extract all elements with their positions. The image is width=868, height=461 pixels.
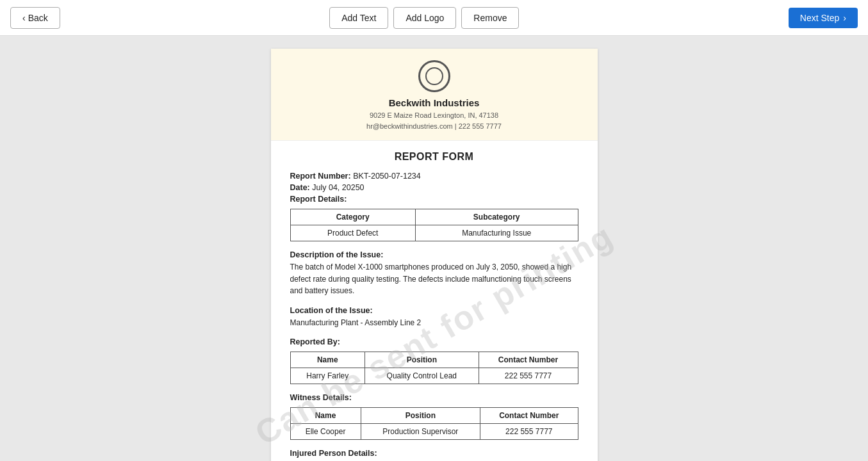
reporter-name: Harry Farley	[290, 368, 365, 384]
witness-contact: 222 555 7777	[480, 424, 578, 440]
position-header: Position	[361, 408, 480, 424]
table-row: Elle Cooper Production Supervisor 222 55…	[290, 424, 578, 440]
table-row: Product Defect Manufacturing Issue	[290, 225, 578, 241]
report-details-label: Report Details:	[290, 195, 347, 204]
add-logo-button[interactable]: Add Logo	[393, 7, 456, 29]
report-number-value: BKT-2050-07-1234	[353, 172, 421, 181]
date-label: Date:	[290, 183, 310, 192]
witness-name: Elle Cooper	[290, 424, 361, 440]
next-step-label: Next Step	[800, 13, 839, 23]
contact-header: Contact Number	[480, 408, 578, 424]
back-label: Back	[28, 13, 48, 23]
chevron-right-icon: ›	[843, 13, 846, 23]
report-form-title: REPORT FORM	[290, 151, 578, 163]
subcategory-header: Subcategory	[415, 209, 578, 225]
company-address: 9029 E Maize Road Lexington, IN, 47138	[284, 110, 585, 121]
category-cell: Product Defect	[290, 225, 415, 241]
witness-position: Production Supervisor	[361, 424, 480, 440]
category-header: Category	[290, 209, 415, 225]
document-body: Can be sent for printing REPORT FORM Rep…	[271, 141, 598, 461]
reported-by-heading: Reported By:	[290, 337, 578, 346]
witness-heading: Witness Details:	[290, 393, 578, 402]
date-line: Date: July 04, 20250	[290, 183, 578, 192]
document-header: Beckwith Industries 9029 E Maize Road Le…	[271, 49, 598, 141]
toolbar-left: ‹ Back	[10, 7, 60, 29]
name-header: Name	[290, 352, 365, 368]
category-table: Category Subcategory Product Defect Manu…	[290, 209, 578, 241]
position-header: Position	[365, 352, 479, 368]
contact-header: Contact Number	[479, 352, 578, 368]
table-row: Harry Farley Quality Control Lead 222 55…	[290, 368, 578, 384]
company-name: Beckwith Industries	[284, 97, 585, 108]
reporter-position: Quality Control Lead	[365, 368, 479, 384]
report-number-label: Report Number:	[290, 172, 351, 181]
report-number-line: Report Number: BKT-2050-07-1234	[290, 172, 578, 181]
name-header: Name	[290, 408, 361, 424]
remove-button[interactable]: Remove	[461, 7, 519, 29]
report-details-line: Report Details:	[290, 195, 578, 204]
page-wrapper: Beckwith Industries 9029 E Maize Road Le…	[0, 36, 868, 461]
description-heading: Description of the Issue:	[290, 250, 578, 259]
toolbar-center: Add Text Add Logo Remove	[329, 7, 519, 29]
location-heading: Location of the Issue:	[290, 306, 578, 315]
date-value: July 04, 20250	[312, 183, 364, 192]
subcategory-cell: Manufacturing Issue	[415, 225, 578, 241]
chevron-left-icon: ‹	[22, 13, 26, 23]
injured-heading: Injured Person Details:	[290, 449, 578, 458]
back-button[interactable]: ‹ Back	[10, 7, 60, 29]
company-logo	[418, 60, 450, 92]
reported-by-table: Name Position Contact Number Harry Farle…	[290, 352, 578, 384]
next-step-button[interactable]: Next Step ›	[789, 8, 858, 28]
add-text-button[interactable]: Add Text	[329, 7, 388, 29]
document: Beckwith Industries 9029 E Maize Road Le…	[271, 49, 598, 461]
witness-table: Name Position Contact Number Elle Cooper…	[290, 407, 578, 440]
reporter-contact: 222 555 7777	[479, 368, 578, 384]
company-contact: hr@beckwithindustries.com | 222 555 7777	[284, 121, 585, 132]
logo-inner-circle	[425, 67, 443, 85]
toolbar-right: Next Step ›	[789, 8, 858, 28]
location-text: Manufacturing Plant - Assembly Line 2	[290, 317, 578, 329]
description-text: The batch of Model X-1000 smartphones pr…	[290, 261, 578, 297]
toolbar: ‹ Back Add Text Add Logo Remove Next Ste…	[0, 0, 868, 36]
